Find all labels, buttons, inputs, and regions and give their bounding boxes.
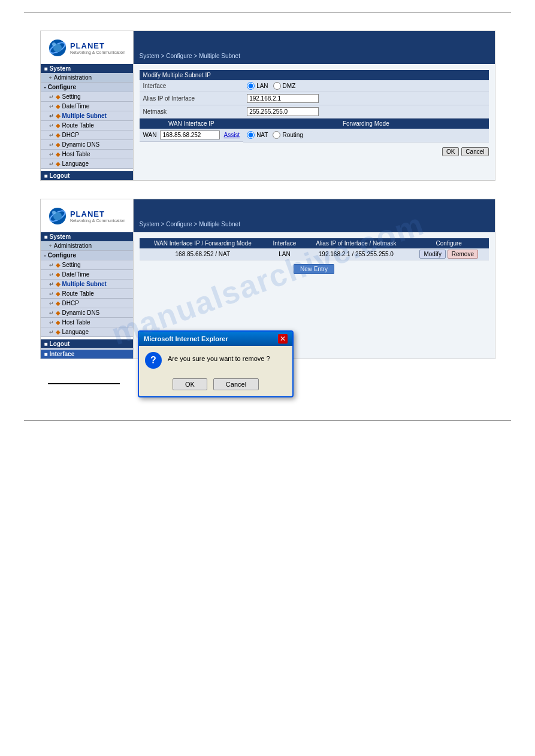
- lan-radio-label-1[interactable]: LAN: [247, 82, 268, 90]
- main-header-2: System > Configure > Multiple Subnet: [134, 199, 495, 232]
- netmask-value-cell-1: [243, 105, 488, 119]
- sidebar-ht-label-1: Host Table: [62, 151, 90, 157]
- lang-arrow-2: ↵: [49, 329, 54, 335]
- admin-plus-icon-1: +: [49, 75, 52, 81]
- svg-point-3: [52, 42, 56, 46]
- logout-plus-icon-2: ■: [44, 341, 48, 347]
- sidebar-item-hosttable-2[interactable]: ↵ ◆ Host Table: [41, 318, 133, 327]
- lang-bullet-2: ◆: [56, 329, 61, 335]
- dmz-radio-1[interactable]: [273, 82, 281, 90]
- logo-1: PLANET Networking & Communication: [41, 31, 133, 64]
- sidebar-item-routetable-2[interactable]: ↵ ◆ Route Table: [41, 289, 133, 299]
- col-configure-2: Configure: [409, 238, 489, 248]
- ok-button-1[interactable]: OK: [442, 147, 459, 156]
- sidebar-item-datetime-1[interactable]: ↵ ◆ Date/Time: [41, 102, 133, 111]
- ht-arrow-1: ↵: [49, 151, 54, 157]
- ht-bullet-1: ◆: [56, 151, 61, 157]
- sidebar-item-dhcp-2[interactable]: ↵ ◆ DHCP: [41, 299, 133, 308]
- setting-arrow-1: ↵: [49, 94, 54, 100]
- sidebar-item-dhcp-1[interactable]: ↵ ◆ DHCP: [41, 130, 133, 140]
- routing-radio-label-1[interactable]: Routing: [273, 131, 303, 139]
- logo-text-1: PLANET: [70, 41, 125, 50]
- ms-arrow-1: ↵: [49, 113, 54, 119]
- sidebar-item-routetable-1[interactable]: ↵ ◆ Route Table: [41, 121, 133, 130]
- nat-radio-1[interactable]: [247, 131, 255, 139]
- sidebar-item-setting-1[interactable]: ↵ ◆ Setting: [41, 92, 133, 102]
- sidebar-item-language-2[interactable]: ↵ ◆ Language: [41, 327, 133, 337]
- setting-bullet-2: ◆: [56, 262, 61, 268]
- underline-section: [48, 377, 120, 384]
- forwarding-mode-cell-1: NAT Routing: [243, 129, 488, 142]
- row-configure-2: Modify Remove: [409, 248, 489, 260]
- interface-value-1: LAN DMZ: [243, 80, 488, 92]
- sidebar-rt-label-1: Route Table: [62, 122, 94, 129]
- datetime-bullet-1: ◆: [56, 103, 61, 110]
- sidebar-configure-2[interactable]: - Configure: [41, 251, 133, 260]
- sidebar-item-multiplesubnet-2[interactable]: ↵ ◆ Multiple Subnet: [41, 280, 133, 289]
- sidebar-item-multiplesubnet-1[interactable]: ↵ ◆ Multiple Subnet: [41, 111, 133, 121]
- dialog-ok-button[interactable]: OK: [173, 378, 207, 390]
- sidebar-dhcp-label-1: DHCP: [62, 132, 79, 138]
- sidebar-item-datetime-2[interactable]: ↵ ◆ Date/Time: [41, 270, 133, 280]
- nat-radio-label-1[interactable]: NAT: [247, 131, 268, 139]
- form-table-1: Modify Multiple Subnet IP Interface LAN: [140, 70, 489, 142]
- dialog-cancel-button[interactable]: Cancel: [213, 378, 259, 390]
- dialog-close-button[interactable]: ✕: [278, 334, 288, 344]
- sidebar-ht-label-2: Host Table: [62, 319, 90, 326]
- sidebar-item-dynamicdns-1[interactable]: ↵ ◆ Dynamic DNS: [41, 140, 133, 150]
- sidebar-setting-label-1: Setting: [62, 93, 81, 100]
- netmask-input-1[interactable]: [247, 107, 319, 116]
- configure-minus-icon-1: -: [44, 84, 46, 90]
- form-buttons-1: OK Cancel: [140, 145, 489, 159]
- sidebar-item-setting-2[interactable]: ↵ ◆ Setting: [41, 260, 133, 270]
- datetime-arrow-1: ↵: [49, 104, 54, 110]
- remove-button-2[interactable]: Remove: [448, 250, 478, 259]
- sidebar-logout-label-2: Logout: [50, 341, 70, 347]
- sidebar-item-administration-1[interactable]: + Administration: [41, 73, 133, 83]
- sidebar-ms-label-1: Multiple Subnet: [62, 113, 107, 119]
- sidebar-interface-2[interactable]: ■ Interface: [41, 350, 133, 359]
- sidebar-item-language-1[interactable]: ↵ ◆ Language: [41, 159, 133, 169]
- dmz-radio-label-1[interactable]: DMZ: [273, 82, 296, 90]
- sidebar-logout-1[interactable]: ■ Logout: [41, 171, 133, 180]
- datetime-bullet-2: ◆: [56, 271, 61, 278]
- sidebar-item-hosttable-1[interactable]: ↵ ◆ Host Table: [41, 150, 133, 159]
- dhcp-bullet-1: ◆: [56, 132, 61, 138]
- sidebar-dhcp-label-2: DHCP: [62, 300, 79, 306]
- sidebar-lang-label-1: Language: [62, 160, 89, 167]
- sidebar-configure-label-2: Configure: [48, 252, 76, 259]
- row-wan-ip-2: 168.85.68.252 / NAT: [140, 248, 267, 260]
- cancel-button-1[interactable]: Cancel: [461, 147, 488, 156]
- ie-dialog: Microsoft Internet Explorer ✕ ? Are you …: [138, 330, 294, 397]
- ms-bullet-1: ◆: [56, 113, 61, 119]
- setting-arrow-2: ↵: [49, 262, 54, 268]
- configure-minus-icon-2: -: [44, 252, 46, 259]
- rt-arrow-2: ↵: [49, 291, 54, 297]
- sidebar-ms-label-2: Multiple Subnet: [62, 281, 107, 287]
- modify-button-2[interactable]: Modify: [419, 250, 445, 259]
- routing-radio-1[interactable]: [273, 131, 280, 139]
- forwarding-radio-group-1: NAT Routing: [247, 131, 485, 139]
- row-alias-2: 192.168.2.1 / 255.255.255.0: [303, 248, 409, 260]
- sidebar-rt-label-2: Route Table: [62, 290, 94, 297]
- wan-ip-input-1[interactable]: [160, 130, 220, 139]
- sidebar-configure-label-1: Configure: [48, 84, 76, 90]
- lan-radio-1[interactable]: [247, 82, 255, 90]
- dhcp-arrow-2: ↵: [49, 300, 54, 306]
- rt-bullet-2: ◆: [56, 290, 61, 297]
- ddns-arrow-1: ↵: [49, 142, 54, 148]
- main-content-1: System > Configure > Multiple Subnet Mod…: [134, 31, 495, 180]
- assist-link-1[interactable]: Assist: [223, 132, 240, 138]
- setting-bullet-1: ◆: [56, 93, 61, 100]
- dialog-message: Are you sure you want to remove ?: [168, 352, 270, 362]
- dialog-title-text: Microsoft Internet Explorer: [144, 335, 228, 342]
- new-entry-button-2[interactable]: New Entry: [294, 264, 334, 274]
- sidebar-configure-1[interactable]: - Configure: [41, 83, 133, 92]
- sidebar-item-dynamicdns-2[interactable]: ↵ ◆ Dynamic DNS: [41, 308, 133, 318]
- sidebar-logout-2[interactable]: ■ Logout: [41, 339, 133, 348]
- nat-label-1: NAT: [256, 132, 268, 138]
- alias-ip-input-1[interactable]: [247, 94, 319, 103]
- lang-bullet-1: ◆: [56, 160, 61, 167]
- sidebar-system-1: ■ System: [41, 64, 133, 73]
- sidebar-item-administration-2[interactable]: + Administration: [41, 241, 133, 251]
